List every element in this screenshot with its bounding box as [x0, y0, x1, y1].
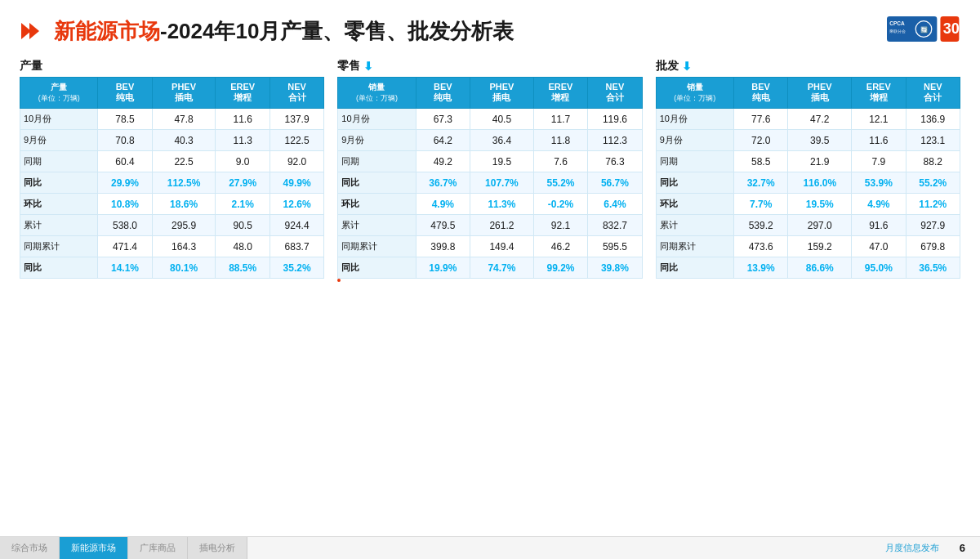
cell-phev: 112.5% — [152, 172, 216, 194]
title-normal: -2024年10月产量、零售、批发分析表 — [160, 19, 514, 43]
retail-th-erev: EREV增程 — [533, 78, 587, 109]
page-title: 新能源市场-2024年10月产量、零售、批发分析表 — [54, 17, 514, 46]
cell-phev: 47.8 — [152, 109, 216, 130]
table-row: 同期累计471.4164.348.0683.7 — [20, 236, 324, 257]
tab-comprehensive-market[interactable]: 综合市场 — [0, 537, 60, 559]
row-label: 同期累计 — [20, 236, 98, 257]
cell-erev: 11.3 — [216, 130, 270, 151]
cell-nev: 927.9 — [906, 215, 960, 236]
table-row: 累计539.2297.091.6927.9 — [656, 215, 960, 236]
wholesale-panel: 批发 ⬇ 销量(单位：万辆) BEV纯电 PHEV插电 EREV增程 NEV合计 — [656, 59, 960, 279]
cell-phev: 74.7% — [470, 257, 534, 279]
cell-erev: 11.6 — [216, 109, 270, 130]
cell-bev: 539.2 — [733, 215, 787, 236]
cell-erev: -0.2% — [533, 194, 587, 215]
cell-nev: 832.7 — [588, 215, 642, 236]
row-label: 同比 — [20, 257, 98, 279]
cell-bev: 36.7% — [416, 172, 470, 194]
svg-text:🔄: 🔄 — [920, 26, 929, 34]
table-row: 9月份64.236.411.8112.3 — [338, 130, 642, 151]
cell-bev: 479.5 — [416, 215, 470, 236]
cell-phev: 107.7% — [470, 172, 534, 194]
row-label: 同比 — [656, 172, 733, 194]
cpca-logo: CPCA 乘联分会 🔄 30 — [887, 15, 960, 47]
cell-erev: 11.6 — [852, 130, 906, 151]
cell-bev: 13.9% — [733, 257, 787, 279]
cell-nev: 12.6% — [270, 194, 323, 215]
title-arrow-icon — [20, 18, 46, 44]
row-label: 同期 — [20, 151, 98, 172]
table-row: 累计479.5261.292.1832.7 — [338, 215, 642, 236]
retail-down-icon: ⬇ — [363, 60, 373, 73]
retail-title: 零售 ⬇ — [337, 59, 642, 74]
cell-bev: 471.4 — [98, 236, 152, 257]
row-label: 9月份 — [338, 130, 416, 151]
table-row: 同比13.9%86.6%95.0%36.5% — [656, 257, 960, 279]
tab-inventory[interactable]: 广库商品 — [128, 537, 188, 559]
tables-wrapper: 产量 产量(单位：万辆) BEV纯电 PHEV插电 EREV增程 NEV合计 1… — [20, 59, 960, 279]
logo-area: CPCA 乘联分会 🔄 30 — [887, 15, 960, 47]
cell-bev: 49.2 — [416, 151, 470, 172]
ws-th-phev: PHEV插电 — [788, 78, 852, 109]
cell-bev: 32.7% — [733, 172, 787, 194]
cell-bev: 399.8 — [416, 236, 470, 257]
retail-label: 零售 — [337, 59, 360, 74]
cell-phev: 164.3 — [152, 236, 216, 257]
cell-phev: 36.4 — [470, 130, 534, 151]
bottom-bar: 综合市场 新能源市场 广库商品 插电分析 月度信息发布 6 — [0, 536, 980, 559]
cell-bev: 29.9% — [98, 172, 152, 194]
row-label: 10月份 — [656, 109, 733, 130]
cell-erev: 53.9% — [852, 172, 906, 194]
cell-bev: 67.3 — [416, 109, 470, 130]
cell-phev: 86.6% — [788, 257, 852, 279]
ws-th-nev: NEV合计 — [906, 78, 960, 109]
ws-th-erev: EREV增程 — [852, 78, 906, 109]
retail-th-phev: PHEV插电 — [470, 78, 534, 109]
table-row: 同比14.1%80.1%88.5%35.2% — [20, 257, 324, 279]
cell-erev: 47.0 — [852, 236, 906, 257]
row-label: 累计 — [656, 215, 733, 236]
wholesale-label: 批发 — [656, 59, 679, 74]
table-row: 环比10.8%18.6%2.1%12.6% — [20, 194, 324, 215]
cell-bev: 538.0 — [98, 215, 152, 236]
title-highlight: 新能源市场 — [54, 19, 160, 43]
svg-text:30: 30 — [943, 20, 960, 37]
table-row: 10月份77.647.212.1136.9 — [656, 109, 960, 130]
production-label: 产量 — [20, 59, 42, 74]
row-label: 10月份 — [20, 109, 98, 130]
table-row: 同比29.9%112.5%27.9%49.9% — [20, 172, 324, 194]
table-row: 同比36.7%107.7%55.2%56.7% — [338, 172, 642, 194]
production-title: 产量 — [20, 59, 324, 74]
tables-container: 产量 产量(单位：万辆) BEV纯电 PHEV插电 EREV增程 NEV合计 1… — [20, 59, 960, 279]
svg-marker-1 — [29, 23, 39, 39]
cell-nev: 112.3 — [588, 130, 642, 151]
row-label: 累计 — [338, 215, 416, 236]
cell-erev: 55.2% — [533, 172, 587, 194]
cell-bev: 72.0 — [733, 130, 787, 151]
row-label: 累计 — [20, 215, 98, 236]
svg-text:乘联分会: 乘联分会 — [889, 29, 906, 34]
cell-erev: 99.2% — [533, 257, 587, 279]
table-row: 同期60.422.59.092.0 — [20, 151, 324, 172]
cell-bev: 64.2 — [416, 130, 470, 151]
tab-plugin-analysis[interactable]: 插电分析 — [188, 537, 247, 559]
cell-phev: 19.5% — [788, 194, 852, 215]
tab-nev-market[interactable]: 新能源市场 — [60, 537, 128, 559]
row-label: 同比 — [20, 172, 98, 194]
cell-phev: 39.5 — [788, 130, 852, 151]
cell-erev: 12.1 — [852, 109, 906, 130]
table-row: 同比19.9%74.7%99.2%39.8% — [338, 257, 642, 279]
row-label: 同期累计 — [338, 236, 416, 257]
cell-nev: 39.8% — [588, 257, 642, 279]
production-table: 产量(单位：万辆) BEV纯电 PHEV插电 EREV增程 NEV合计 10月份… — [20, 77, 324, 279]
prod-th-bev: BEV纯电 — [98, 78, 152, 109]
cell-phev: 40.5 — [470, 109, 534, 130]
table-row: 环比7.7%19.5%4.9%11.2% — [656, 194, 960, 215]
cell-phev: 297.0 — [788, 215, 852, 236]
table-row: 累计538.0295.990.5924.4 — [20, 215, 324, 236]
cell-nev: 92.0 — [270, 151, 323, 172]
cell-bev: 77.6 — [733, 109, 787, 130]
cell-phev: 149.4 — [470, 236, 534, 257]
main-container: 新能源市场-2024年10月产量、零售、批发分析表 CPCA 乘联分会 🔄 30… — [0, 0, 980, 559]
cell-nev: 679.8 — [906, 236, 960, 257]
